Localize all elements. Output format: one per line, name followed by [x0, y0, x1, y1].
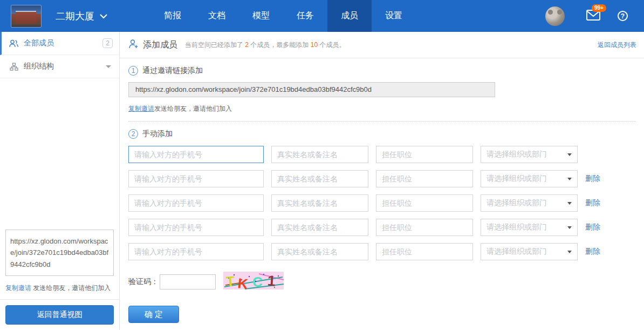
member-form-row: 请选择组织或部门 删除 [128, 170, 635, 187]
name-input[interactable] [271, 243, 368, 260]
page-header: 添加成员 当前空间已经添加了 2 个成员，最多能添加 10 个成员。 返回成员列… [120, 32, 644, 58]
page-title: 添加成员 [143, 39, 177, 51]
sidebar-item-all-members[interactable]: 全部成员 2 [0, 32, 119, 55]
section-number-1: 1 [128, 66, 138, 76]
delete-row-link[interactable]: 删除 [585, 174, 600, 184]
member-limit-note: 当前空间已经添加了 2 个成员，最多能添加 10 个成员。 [185, 41, 345, 50]
nav-settings[interactable]: 设置 [372, 0, 416, 32]
divider [0, 299, 119, 300]
delete-row-link[interactable]: 删除 [585, 247, 600, 257]
name-input[interactable] [271, 170, 368, 187]
workspace-thumbnail[interactable] [11, 5, 42, 28]
org-chart-icon [9, 62, 18, 71]
org-select[interactable]: 请选择组织或部门 [481, 219, 578, 236]
section-number-2: 2 [128, 129, 138, 139]
workspace-switcher[interactable]: 二期大厦 [56, 0, 107, 32]
add-member-icon [128, 39, 139, 51]
main-nav: 简报 文档 模型 任务 成员 设置 [150, 0, 416, 32]
captcha-section: 验证码： T K C 1 [128, 272, 635, 292]
sidebar-item-label: 全部成员 [24, 38, 54, 48]
delete-row-link[interactable]: 删除 [585, 198, 600, 208]
sidebar-item-label: 组织结构 [24, 62, 54, 71]
captcha-input[interactable] [160, 274, 216, 289]
org-select[interactable]: 请选择组织或部门 [481, 146, 578, 163]
svg-text:K: K [237, 275, 249, 289]
phone-input[interactable] [128, 243, 264, 260]
phone-input[interactable] [128, 219, 264, 236]
section-invite-link-header: 1 通过邀请链接添加 [128, 66, 635, 76]
delete-row-link[interactable]: 删除 [585, 223, 600, 232]
people-icon [9, 39, 18, 48]
divider [128, 121, 635, 122]
sidebar-item-org-structure[interactable]: 组织结构 [0, 55, 119, 78]
mail-icon [586, 13, 600, 22]
invite-url-field[interactable]: https://xz.glodon.com/workspace/join/372… [128, 82, 495, 97]
main-panel: 添加成员 当前空间已经添加了 2 个成员，最多能添加 10 个成员。 返回成员列… [120, 32, 644, 330]
position-input[interactable] [376, 219, 473, 236]
member-form-row: 请选择组织或部门 删除 [128, 194, 635, 212]
sidebar: 全部成员 2 组织结构 https://xz.glodon.com/worksp… [0, 32, 120, 330]
user-avatar[interactable] [545, 6, 565, 26]
nav-members[interactable]: 成员 [327, 0, 372, 32]
nav-models[interactable]: 模型 [239, 0, 283, 32]
phone-input[interactable] [128, 170, 264, 187]
captcha-image[interactable]: T K C 1 [223, 272, 284, 292]
phone-input[interactable] [128, 146, 264, 163]
position-input[interactable] [376, 170, 473, 187]
copy-invite-link[interactable]: 复制邀请 [128, 105, 154, 112]
nav-documents[interactable]: 文档 [195, 0, 239, 32]
name-input[interactable] [271, 194, 368, 212]
copy-invite-line: 复制邀请发送给朋友，邀请他们加入 [128, 104, 635, 113]
member-count-badge: 2 [102, 38, 113, 48]
member-form-row: 请选择组织或部门 删除 [128, 219, 635, 236]
chevron-down-icon [100, 10, 107, 22]
svg-text:T: T [225, 273, 235, 289]
caret-down-icon [567, 251, 572, 253]
captcha-label: 验证码： [128, 277, 159, 287]
section-manual-add-header: 2 手动添加 [128, 129, 635, 139]
svg-text:C: C [252, 274, 263, 289]
manual-add-form: 请选择组织或部门 请选择组织或部门 删除 请选择组织或部门 删除 [128, 146, 635, 260]
sidebar-invite-url: https://xz.glodon.com/workspace/join/372… [5, 230, 114, 276]
org-select[interactable]: 请选择组织或部门 [481, 194, 578, 212]
position-input[interactable] [376, 194, 473, 212]
position-input[interactable] [376, 146, 473, 163]
caret-down-icon [567, 226, 572, 229]
notifications-button[interactable]: 99+ [586, 10, 600, 23]
org-select[interactable]: 请选择组织或部门 [481, 243, 578, 260]
member-form-row: 请选择组织或部门 删除 [128, 243, 635, 260]
max-member-count: 10 [311, 41, 318, 49]
back-to-normal-view-button[interactable]: 返回普通视图 [5, 305, 114, 325]
notification-badge: 99+ [592, 4, 606, 12]
back-to-member-list-link[interactable]: 返回成员列表 [598, 41, 636, 50]
name-input[interactable] [271, 146, 368, 163]
nav-briefing[interactable]: 简报 [150, 0, 195, 32]
name-input[interactable] [271, 219, 368, 236]
caret-down-icon [567, 202, 572, 205]
help-button[interactable]: ? [618, 11, 628, 21]
sidebar-copy-invite-line: 复制邀请 发送给朋友，邀请他们加入 [5, 284, 114, 293]
member-form-row: 请选择组织或部门 [128, 146, 635, 163]
sidebar-copy-invite-link[interactable]: 复制邀请 [5, 284, 31, 292]
caret-down-icon [567, 178, 572, 180]
position-input[interactable] [376, 243, 473, 260]
top-navigation-bar: 二期大厦 简报 文档 模型 任务 成员 设置 99+ ? [0, 0, 644, 32]
chevron-down-icon [106, 65, 111, 68]
confirm-button[interactable]: 确 定 [128, 306, 179, 323]
nav-tasks[interactable]: 任务 [283, 0, 327, 32]
question-mark-icon: ? [621, 12, 625, 20]
phone-input[interactable] [128, 194, 264, 212]
caret-down-icon [567, 153, 572, 156]
org-select[interactable]: 请选择组织或部门 [481, 170, 578, 187]
workspace-name: 二期大厦 [56, 10, 94, 23]
